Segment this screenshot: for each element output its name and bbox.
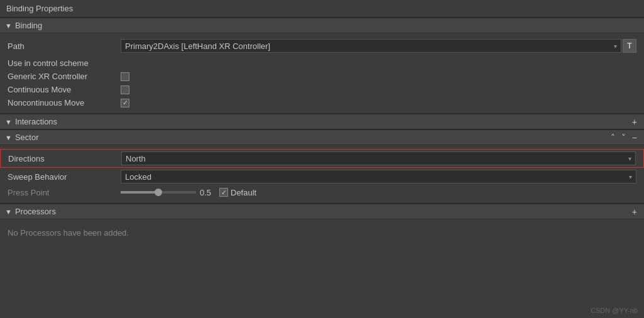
processors-collapse-arrow: ▼ [5,208,12,216]
processors-add-button[interactable]: + [630,207,639,216]
sector-remove-button[interactable]: − [630,133,639,142]
path-row: Path Primary2DAxis [LeftHand XR Controll… [0,37,644,55]
noncontinuous-move-checkbox-row: Noncontinuous Move [0,96,644,109]
press-point-value: 0.5 [200,188,216,197]
binding-properties-panel: Binding Properties ▼ Binding Path Primar… [0,0,644,318]
binding-collapse-arrow: ▼ [5,22,12,30]
interactions-add-button[interactable]: + [630,118,639,126]
continuous-move-checkbox[interactable] [121,85,129,94]
binding-section-header[interactable]: ▼ Binding [0,18,644,33]
generic-xr-label: Generic XR Controller [8,72,121,81]
processors-section-content: No Processors have been added. [0,219,644,246]
control-scheme-label: Use in control scheme [0,55,644,70]
no-processors-text: No Processors have been added. [0,223,644,243]
path-dropdown-arrow: ▾ [614,43,617,50]
sector-up-button[interactable]: ˄ [609,133,617,142]
generic-xr-checkbox-row: Generic XR Controller [0,70,644,83]
sector-section-title: Sector [15,133,609,142]
sweep-behavior-dropdown-arrow: ▾ [629,173,632,180]
interactions-actions: + [630,118,639,126]
panel-title: Binding Properties [0,0,644,18]
directions-label: Directions [8,154,121,163]
sweep-behavior-label: Sweep Behavior [8,172,121,182]
watermark: CSDN @YY-nb [591,307,638,314]
continuous-move-checkbox-row: Continuous Move [0,83,644,96]
processors-section-header[interactable]: ▼ Processors + [0,204,644,219]
sector-section-header[interactable]: ▼ Sector ˄ ˅ − [0,129,644,145]
generic-xr-checkbox[interactable] [121,72,129,81]
path-dropdown[interactable]: Primary2DAxis [LeftHand XR Controller] ▾ [121,39,621,53]
sector-down-button[interactable]: ˅ [619,133,628,142]
default-checkbox[interactable] [219,188,228,197]
path-container: Primary2DAxis [LeftHand XR Controller] ▾… [121,39,636,53]
noncontinuous-move-checkbox[interactable] [121,99,129,107]
default-group: Default [219,188,256,197]
binding-section-title: Binding [15,21,639,30]
press-point-slider[interactable] [121,191,196,194]
directions-row: Directions North ▾ [0,149,644,168]
slider-fill [121,191,158,194]
t-button[interactable]: T [623,39,636,53]
interactions-section-header[interactable]: ▼ Interactions + [0,114,644,129]
interactions-section-title: Interactions [15,117,630,126]
sector-actions: ˄ ˅ − [609,133,639,142]
press-point-row: Press Point 0.5 Default [0,185,644,199]
continuous-move-label: Continuous Move [8,85,121,94]
sweep-behavior-value: Locked [125,172,151,182]
processors-section-title: Processors [15,207,630,216]
slider-container: 0.5 Default [121,188,636,197]
directions-dropdown-arrow: ▾ [628,155,631,162]
slider-thumb[interactable] [155,189,162,196]
binding-section-content: Path Primary2DAxis [LeftHand XR Controll… [0,33,644,113]
processors-actions: + [630,207,639,216]
directions-dropdown[interactable]: North ▾ [121,151,636,165]
path-label: Path [8,41,121,51]
sweep-behavior-dropdown[interactable]: Locked ▾ [121,170,636,184]
directions-value: North [126,154,146,163]
sector-section-content: Directions North ▾ Sweep Behavior Locked… [0,145,644,203]
sweep-behavior-row: Sweep Behavior Locked ▾ [0,168,644,185]
interactions-collapse-arrow: ▼ [5,118,12,126]
noncontinuous-move-label: Noncontinuous Move [8,98,121,107]
sector-collapse-arrow: ▼ [5,134,12,141]
press-point-label: Press Point [8,188,121,197]
default-label: Default [231,188,256,197]
path-value: Primary2DAxis [LeftHand XR Controller] [125,41,270,51]
